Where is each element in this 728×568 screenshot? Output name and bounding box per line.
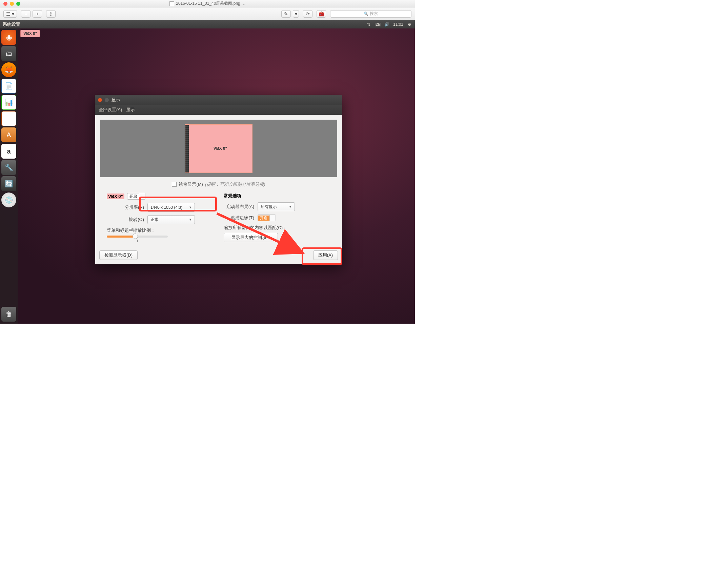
- resolution-label: 分辨率(R): [107, 204, 147, 210]
- scale-all-label: 缩放所有窗口的内容以匹配(C)：: [224, 225, 330, 231]
- general-header: 常规选项: [224, 193, 330, 199]
- annotate-button[interactable]: ✎: [281, 10, 291, 18]
- launcher-placement-select[interactable]: 所有显示▼: [258, 202, 295, 211]
- monitor-preview-label: VBX 0": [189, 125, 252, 173]
- scale-slider[interactable]: [107, 236, 168, 238]
- launcher-preview: [185, 125, 189, 173]
- minimize-icon[interactable]: [10, 2, 14, 6]
- mirror-label: 镜像显示(M): [179, 181, 203, 187]
- document-icon: [169, 1, 174, 6]
- window-close-icon[interactable]: [98, 98, 102, 102]
- sticky-edges-label: 粘滞边缘(T): [224, 215, 258, 221]
- mac-toolbar: ☰ ▾ − + ⇪ ✎ ▾ ⟳ 🧰 搜索: [0, 7, 415, 20]
- window-title: 显示: [112, 97, 120, 103]
- display-settings-window: 显示 全部设置(A) 显示 VBX 0" 镜像显示(M) (提醒：可能会限制分辨…: [95, 95, 342, 264]
- chevron-down-icon[interactable]: ⌄: [242, 1, 245, 6]
- monitor-preview[interactable]: VBX 0": [185, 124, 252, 173]
- rotate-button[interactable]: ⟳: [303, 10, 312, 18]
- app-title: 系统设置: [3, 21, 20, 27]
- rotation-label: 旋转(O): [107, 217, 147, 223]
- window-titlebar[interactable]: 显示: [95, 95, 342, 105]
- ubuntu-desktop: 系统设置 ⇅ Zh 🔊 11:01 ⚙ ◉ 🗂 🦊 📄 📊 📽 A a 🔧 🔄 …: [0, 20, 415, 324]
- monitor-badge[interactable]: VBX 0": [20, 30, 40, 37]
- sidebar-toggle-button[interactable]: ☰ ▾: [3, 10, 17, 18]
- resolution-select[interactable]: 1440 x 1050 (4:3)▼: [147, 203, 195, 212]
- zoom-out-button[interactable]: −: [21, 10, 31, 18]
- detect-displays-button[interactable]: 检测显示器(D): [99, 250, 138, 260]
- display-preview[interactable]: VBX 0": [100, 120, 337, 177]
- volume-icon[interactable]: 🔊: [384, 22, 390, 27]
- markup-button[interactable]: 🧰: [317, 10, 326, 18]
- share-button[interactable]: ⇪: [46, 10, 56, 18]
- ime-indicator[interactable]: Zh: [375, 23, 381, 26]
- breadcrumb-all-settings[interactable]: 全部设置(A): [99, 107, 122, 113]
- writer-icon[interactable]: 📄: [1, 79, 16, 94]
- monitor-enable-toggle[interactable]: 开启: [127, 193, 145, 200]
- calc-icon[interactable]: 📊: [1, 95, 16, 110]
- software-updater-icon[interactable]: 🔄: [1, 176, 16, 191]
- system-settings-icon[interactable]: 🔧: [1, 160, 16, 175]
- annotate-dropdown[interactable]: ▾: [293, 10, 299, 18]
- firefox-icon[interactable]: 🦊: [1, 62, 16, 77]
- close-icon[interactable]: [3, 2, 7, 6]
- mirror-hint: (提醒：可能会限制分辨率选项): [205, 181, 265, 187]
- mac-window-titlebar: 2016-01-15 11_01_40屏幕截图.png ⌄: [0, 0, 415, 7]
- monitor-name: VBX 0": [107, 194, 124, 199]
- amazon-icon[interactable]: a: [1, 144, 16, 159]
- ubuntu-menubar: 系统设置 ⇅ Zh 🔊 11:01 ⚙: [0, 20, 415, 28]
- scale-all-button[interactable]: 显示最大的控制项 ▼: [224, 233, 278, 242]
- launcher: ◉ 🗂 🦊 📄 📊 📽 A a 🔧 🔄 💿 🗑: [0, 28, 18, 324]
- scale-value: 1: [107, 239, 168, 243]
- document-title: 2016-01-15 11_01_40屏幕截图.png: [176, 1, 240, 6]
- zoom-in-button[interactable]: +: [33, 10, 42, 18]
- apply-button[interactable]: 应用(A): [313, 250, 338, 260]
- sticky-edges-toggle[interactable]: 开启: [258, 215, 276, 221]
- window-controls[interactable]: [3, 2, 20, 6]
- dash-icon[interactable]: ◉: [1, 30, 16, 45]
- window-minimize-icon[interactable]: [105, 98, 109, 102]
- files-icon[interactable]: 🗂: [1, 46, 16, 61]
- breadcrumb: 全部设置(A) 显示: [95, 105, 342, 115]
- maximize-icon[interactable]: [16, 2, 20, 6]
- search-input[interactable]: 搜索: [330, 10, 411, 18]
- trash-icon[interactable]: 🗑: [1, 307, 16, 322]
- clock[interactable]: 11:01: [393, 22, 403, 27]
- launcher-placement-label: 启动器布局(A): [224, 204, 258, 210]
- breadcrumb-current: 显示: [126, 107, 135, 113]
- scale-label: 菜单和标题栏缩放比例：: [107, 227, 214, 234]
- network-icon[interactable]: ⇅: [366, 22, 371, 27]
- impress-icon[interactable]: 📽: [1, 111, 16, 126]
- gear-icon[interactable]: ⚙: [407, 22, 412, 27]
- disc-icon[interactable]: 💿: [1, 192, 16, 207]
- mirror-checkbox[interactable]: [172, 182, 177, 187]
- software-center-icon[interactable]: A: [1, 127, 16, 142]
- rotation-select[interactable]: 正常▼: [147, 215, 195, 224]
